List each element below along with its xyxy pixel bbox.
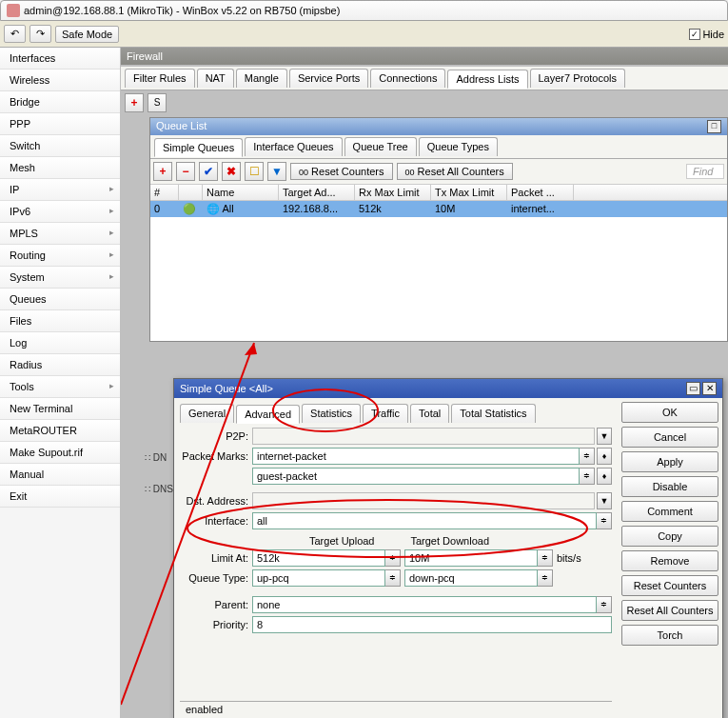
tab-connections[interactable]: Connections (370, 69, 445, 88)
queue-close-icon[interactable]: □ (707, 120, 721, 133)
column-header[interactable] (179, 185, 203, 200)
remove-button[interactable]: Remove (621, 550, 718, 571)
dropdown-icon[interactable]: ≑ (580, 448, 595, 465)
dropdown-icon[interactable]: ≑ (580, 468, 595, 485)
tab-nat[interactable]: NAT (197, 69, 234, 88)
tab-general[interactable]: General (180, 404, 234, 423)
copy-button[interactable]: Copy (621, 526, 718, 547)
disable-button[interactable]: Disable (621, 476, 718, 497)
safe-mode-button[interactable]: Safe Mode (55, 26, 119, 43)
tab-queuetypes[interactable]: Queue Types (419, 137, 498, 156)
comment-button[interactable]: ☐ (245, 162, 264, 181)
dropdown-icon[interactable]: ≑ (385, 549, 401, 567)
filter-button[interactable]: ▼ (267, 162, 286, 181)
queue-type-download-field[interactable]: down-pcq (404, 569, 538, 587)
tree-node-dns[interactable]: ∷ DNS (145, 484, 173, 494)
resetallcounters-button[interactable]: Reset All Counters (621, 600, 718, 621)
tab-mangle[interactable]: Mangle (236, 69, 287, 88)
sidebar-item-log[interactable]: Log (0, 332, 120, 354)
queue-type-upload-field[interactable]: up-pcq (252, 569, 385, 587)
remove-queue-button[interactable]: − (176, 162, 195, 181)
sidebar-item-files[interactable]: Files (0, 310, 120, 332)
tab-total[interactable]: Total (410, 404, 449, 423)
packet-mark-add-icon[interactable]: ♦ (597, 468, 612, 485)
sidebar-item-queues[interactable]: Queues (0, 289, 120, 310)
interface-field[interactable]: all (252, 512, 597, 529)
settings-button[interactable]: S (148, 93, 167, 112)
reset-all-counters-button[interactable]: 00 Reset All Counters (397, 163, 513, 180)
add-button[interactable]: + (125, 93, 144, 112)
dropdown-icon[interactable]: ≑ (597, 512, 612, 529)
column-header[interactable]: Tx Max Limit (431, 185, 507, 200)
sidebar-item-ip[interactable]: IP (0, 179, 120, 201)
sidebar-item-switch[interactable]: Switch (0, 135, 120, 157)
p2p-expand-icon[interactable]: ▼ (597, 428, 612, 445)
minimize-icon[interactable]: ▭ (686, 382, 700, 395)
sidebar-item-radius[interactable]: Radius (0, 354, 120, 376)
packet-mark-add-icon[interactable]: ♦ (597, 448, 612, 465)
cancel-button[interactable]: Cancel (621, 427, 718, 448)
tab-traffic[interactable]: Traffic (363, 404, 408, 423)
limit-upload-field[interactable]: 512k (252, 549, 385, 567)
packet-mark-1-field[interactable]: internet-packet (252, 448, 580, 465)
column-header[interactable]: Name (203, 185, 279, 200)
tab-layer7protocols[interactable]: Layer7 Protocols (530, 69, 626, 88)
packet-mark-2-field[interactable]: guest-packet (252, 468, 580, 485)
dst-expand-icon[interactable]: ▼ (597, 492, 612, 509)
torch-button[interactable]: Torch (621, 625, 718, 646)
tab-statistics[interactable]: Statistics (302, 404, 361, 423)
tab-addresslists[interactable]: Address Lists (447, 70, 527, 89)
dropdown-icon[interactable]: ≑ (385, 569, 401, 587)
tab-queuetree[interactable]: Queue Tree (344, 137, 417, 156)
ok-button[interactable]: OK (621, 402, 718, 423)
resetcounters-button[interactable]: Reset Counters (621, 575, 718, 596)
column-header[interactable]: Rx Max Limit (355, 185, 431, 200)
sidebar-item-mesh[interactable]: Mesh (0, 157, 120, 179)
tab-filterrules[interactable]: Filter Rules (125, 69, 195, 88)
sidebar-item-metarouter[interactable]: MetaROUTER (0, 420, 120, 442)
tab-serviceports[interactable]: Service Ports (289, 69, 368, 88)
tab-totalstatistics[interactable]: Total Statistics (451, 404, 535, 423)
column-header[interactable]: Target Ad... (279, 185, 355, 200)
sidebar-item-manual[interactable]: Manual (0, 464, 120, 486)
sidebar-item-interfaces[interactable]: Interfaces (0, 48, 120, 70)
apply-button[interactable]: Apply (621, 451, 718, 472)
undo-button[interactable]: ↶ (4, 25, 26, 43)
p2p-field[interactable] (252, 428, 595, 445)
priority-field[interactable]: 8 (252, 616, 612, 633)
sidebar-item-system[interactable]: System (0, 267, 120, 289)
dst-address-field[interactable] (252, 492, 595, 509)
sidebar-item-tools[interactable]: Tools (0, 376, 120, 398)
disable-button[interactable]: ✖ (222, 162, 241, 181)
sidebar-item-ipv6[interactable]: IPv6 (0, 201, 120, 223)
reset-counters-button[interactable]: 00 Reset Counters (290, 163, 393, 180)
tree-node-dn[interactable]: ∷ DN (145, 452, 173, 463)
tab-simplequeues[interactable]: Simple Queues (154, 138, 243, 157)
sidebar-item-bridge[interactable]: Bridge (0, 91, 120, 113)
comment-button[interactable]: Comment (621, 501, 718, 522)
sidebar-item-wireless[interactable]: Wireless (0, 70, 120, 91)
enable-button[interactable]: ✔ (199, 162, 218, 181)
cell: 512k (355, 201, 431, 217)
column-header[interactable]: # (150, 185, 179, 200)
parent-field[interactable]: none (252, 596, 597, 613)
sidebar-item-mpls[interactable]: MPLS (0, 223, 120, 245)
sidebar-item-makesupoutrif[interactable]: Make Supout.rif (0, 442, 120, 464)
column-header[interactable]: Packet ... (507, 185, 574, 200)
dropdown-icon[interactable]: ≑ (538, 549, 553, 567)
dropdown-icon[interactable]: ≑ (597, 596, 612, 613)
sidebar-item-routing[interactable]: Routing (0, 245, 120, 267)
tab-interfacequeues[interactable]: Interface Queues (245, 137, 342, 156)
add-queue-button[interactable]: + (153, 162, 172, 181)
queue-row[interactable]: 0🟢🌐 All192.168.8...512k10Minternet... (150, 201, 727, 217)
sidebar-item-ppp[interactable]: PPP (0, 113, 120, 135)
redo-button[interactable]: ↷ (30, 25, 51, 43)
close-icon[interactable]: ✕ (702, 382, 717, 395)
sidebar-item-newterminal[interactable]: New Terminal (0, 398, 120, 420)
dropdown-icon[interactable]: ≑ (538, 569, 553, 587)
limit-download-field[interactable]: 10M (404, 549, 538, 567)
sidebar-item-exit[interactable]: Exit (0, 486, 120, 508)
hide-checkbox[interactable]: ✓ (689, 29, 700, 40)
tab-advanced[interactable]: Advanced (236, 405, 300, 424)
find-input[interactable]: Find (686, 164, 724, 179)
